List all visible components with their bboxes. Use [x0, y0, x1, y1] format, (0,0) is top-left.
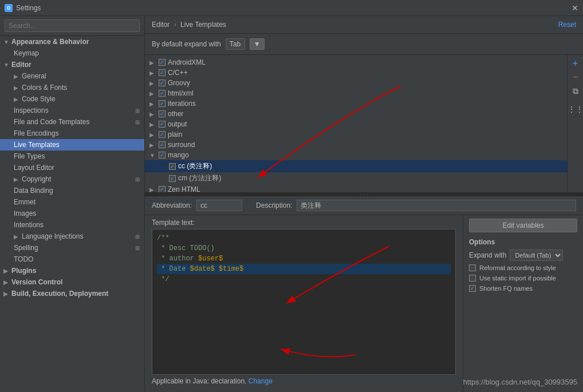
remove-button[interactable]: −	[569, 71, 582, 84]
right-toolbar: + − ⧉ ⋮⋮	[567, 55, 583, 192]
checkbox-other[interactable]	[159, 110, 166, 117]
arrow-icon: ▶	[14, 96, 19, 102]
sidebar-item-emmet[interactable]: Emmet	[0, 196, 144, 208]
copy-button[interactable]: ⧉	[569, 85, 582, 97]
checkbox-androidxml[interactable]	[159, 59, 166, 66]
tree-item-mango[interactable]: ▼ mango	[145, 150, 567, 160]
abbreviation-input[interactable]	[196, 200, 242, 211]
search-input[interactable]	[5, 19, 140, 32]
tree-label: html/xml	[168, 89, 194, 97]
sidebar-item-appearance[interactable]: ▼ Appearance & Behavior	[0, 36, 144, 47]
arrow-icon: ▶	[14, 176, 19, 183]
change-link[interactable]: Change	[249, 377, 273, 385]
sidebar-item-live-templates[interactable]: Live Templates	[0, 139, 144, 151]
tree-item-plain[interactable]: ▶ plain	[145, 129, 567, 140]
sidebar-label: Layout Editor	[14, 164, 54, 172]
expand-icon: ▶	[149, 101, 156, 107]
tree-item-groovy[interactable]: ▶ Groovy	[145, 78, 567, 88]
expand-icon: ▶	[149, 70, 156, 76]
applicable-text: Applicable in Java: declaration.	[152, 377, 246, 385]
sidebar-item-todo[interactable]: TODO	[0, 254, 144, 265]
checkbox-static-import[interactable]	[469, 275, 476, 282]
checkbox-cm[interactable]	[169, 175, 176, 182]
variable-time: $time$	[219, 265, 243, 273]
tree-item-output[interactable]: ▶ output	[145, 119, 567, 129]
checkbox-html-xml[interactable]	[159, 90, 166, 97]
sidebar-item-plugins[interactable]: ▶ Plugins	[0, 265, 144, 276]
arrow-icon: ▼	[3, 39, 9, 45]
template-editor[interactable]: /** * Desc TODO() * author $user$ * Date…	[152, 229, 456, 375]
checkbox-surround[interactable]	[159, 141, 166, 148]
checkbox-groovy[interactable]	[159, 80, 166, 86]
checkbox-zen-html[interactable]	[159, 186, 166, 192]
sidebar-label: File Types	[14, 152, 45, 160]
tree-item-cpp[interactable]: ▶ C/C++	[145, 68, 567, 78]
move-button[interactable]: ⋮⋮	[569, 103, 582, 116]
sidebar-item-spelling[interactable]: Spelling ⊞	[0, 242, 144, 254]
checkbox-reformat[interactable]	[469, 264, 476, 271]
sidebar-item-file-encodings[interactable]: File Encodings	[0, 128, 144, 139]
tree-label: other	[168, 110, 183, 118]
sidebar-item-intentions[interactable]: Intentions	[0, 219, 144, 231]
arrow-icon: ▶	[3, 279, 9, 286]
main-container: ▼ Appearance & Behavior Keymap ▼ Editor …	[0, 16, 583, 392]
tree-item-androidxml[interactable]: ▶ AndroidXML	[145, 57, 567, 68]
template-line-1: /**	[157, 233, 451, 243]
template-line-3: * author $user$	[157, 254, 451, 264]
breadcrumb-editor: Editor	[152, 21, 170, 29]
close-button[interactable]: ✕	[572, 3, 578, 13]
app-icon: ⚙	[5, 4, 13, 12]
sidebar-item-version-control[interactable]: ▶ Version Control	[0, 276, 144, 288]
template-line-4: * Date $date$ $time$	[157, 264, 451, 274]
title-bar-left: ⚙ Settings	[5, 4, 41, 12]
tree-label: output	[168, 120, 187, 128]
tree-item-surround[interactable]: ▶ surround	[145, 140, 567, 150]
sidebar-item-colors-fonts[interactable]: ▶ Colors & Fonts	[0, 82, 144, 93]
reset-button[interactable]: Reset	[558, 21, 576, 29]
checkbox-cpp[interactable]	[159, 69, 166, 76]
sidebar-label: Emmet	[14, 198, 36, 206]
sidebar-item-copyright[interactable]: ▶ Copyright ⊞	[0, 173, 144, 185]
tree-item-other[interactable]: ▶ other	[145, 109, 567, 119]
expand-select[interactable]: Tab	[226, 38, 245, 50]
sidebar-item-file-types[interactable]: File Types	[0, 151, 144, 162]
expand-with-select[interactable]: Default (Tab)	[510, 250, 563, 261]
tree-item-html-xml[interactable]: ▶ html/xml	[145, 88, 567, 98]
edit-variables-button[interactable]: Edit variables	[469, 219, 577, 232]
sidebar-item-build-execution[interactable]: ▶ Build, Execution, Deployment	[0, 288, 144, 299]
watermark: https://blog.csdn.net/qq_30993595	[463, 378, 578, 386]
sidebar-item-language-injections[interactable]: ▶ Language Injections ⊞	[0, 231, 144, 242]
checkbox-output[interactable]	[159, 121, 166, 128]
breadcrumb-separator: ›	[174, 21, 176, 29]
sidebar-item-file-code-templates[interactable]: File and Code Templates ⊞	[0, 116, 144, 128]
tree-item-cc[interactable]: cc (类注释)	[145, 160, 567, 172]
tree-label: iterations	[168, 100, 196, 108]
expand-icon: ▶	[149, 121, 156, 128]
sidebar-item-general[interactable]: ▶ General	[0, 70, 144, 82]
sidebar-item-keymap[interactable]: Keymap	[0, 47, 144, 59]
expand-row: By default expand with Tab ▼	[145, 34, 583, 55]
sidebar-item-editor[interactable]: ▼ Editor	[0, 59, 144, 70]
description-input[interactable]	[297, 200, 576, 211]
tree-label: cm (方法注释)	[178, 173, 221, 183]
expand-dropdown-btn[interactable]: ▼	[250, 38, 265, 50]
sidebar-label: Plugins	[11, 267, 36, 275]
checkbox-shorten-fq[interactable]	[469, 285, 476, 292]
tree-item-iterations[interactable]: ▶ iterations	[145, 98, 567, 109]
sidebar-item-inspections[interactable]: Inspections ⊞	[0, 105, 144, 116]
checkbox-plain[interactable]	[159, 131, 166, 138]
sidebar-item-data-binding[interactable]: Data Binding	[0, 185, 144, 196]
expand-icon: ▶	[149, 111, 156, 117]
checkbox-cc[interactable]	[169, 163, 176, 170]
tree-item-cm[interactable]: cm (方法注释)	[145, 172, 567, 184]
sidebar-label: Intentions	[14, 221, 44, 229]
sidebar-item-images[interactable]: Images	[0, 208, 144, 219]
template-text-label: Template text:	[152, 219, 456, 227]
sidebar-item-code-style[interactable]: ▶ Code Style	[0, 93, 144, 105]
sidebar-item-layout-editor[interactable]: Layout Editor	[0, 162, 144, 173]
add-button[interactable]: +	[569, 57, 582, 70]
checkbox-mango[interactable]	[159, 152, 166, 159]
checkbox-iterations[interactable]	[159, 100, 166, 107]
tree-item-zen-html[interactable]: ▶ Zen HTML	[145, 184, 567, 192]
abbreviation-row: Abbreviation: Description:	[145, 196, 583, 215]
